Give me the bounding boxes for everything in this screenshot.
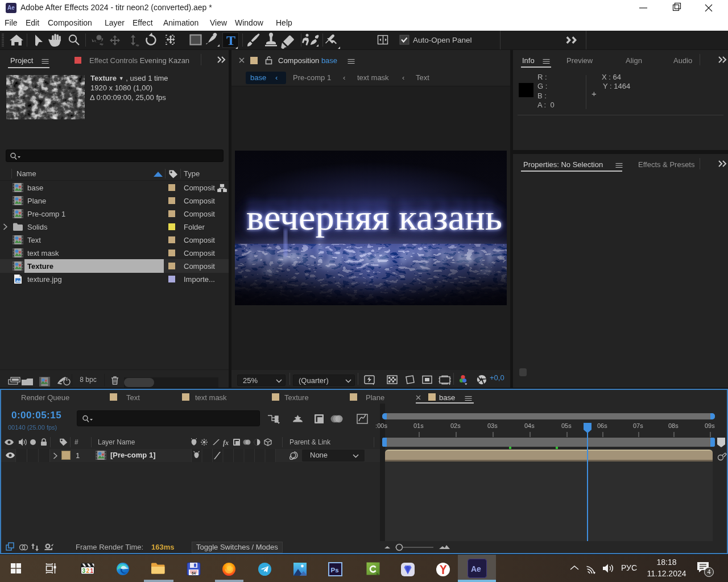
- svg-text:2: 2: [86, 568, 90, 574]
- svg-text:1: 1: [90, 568, 94, 574]
- svg-text:Ps: Ps: [331, 567, 339, 573]
- svg-text:T: T: [226, 33, 235, 48]
- svg-text:вечерняя казань: вечерняя казань: [246, 197, 502, 238]
- svg-text:Auto-Open Panel: Auto-Open Panel: [413, 36, 472, 44]
- svg-text:3: 3: [82, 568, 86, 574]
- svg-text:fx: fx: [223, 439, 229, 447]
- svg-text:Ae: Ae: [471, 564, 481, 573]
- svg-text:64: 64: [192, 571, 196, 575]
